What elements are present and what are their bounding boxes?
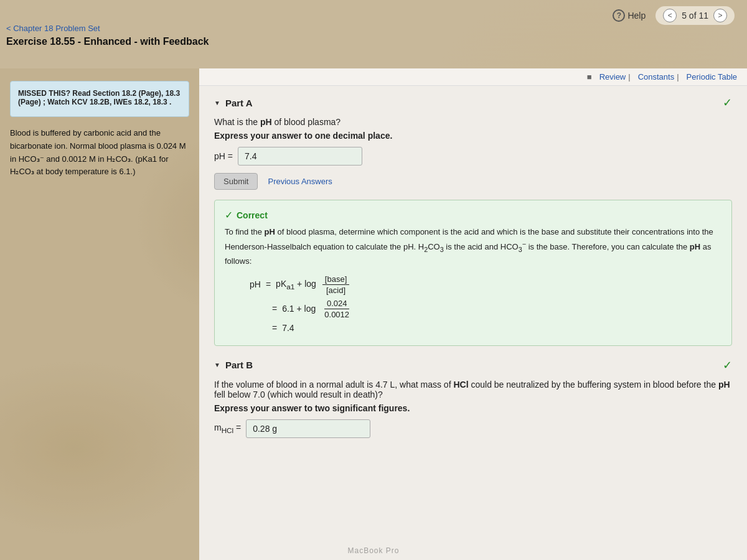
part-a-question: What is the pH of blood plasma? [214, 117, 732, 127]
part-a-btn-row: Submit Previous Answers [214, 173, 732, 190]
math-fraction-2: 0.024 0.0012 [322, 299, 352, 319]
missed-title: MISSED THIS? Read Section 18.2 (Page), 1… [18, 89, 181, 106]
part-b-answer-input[interactable] [246, 419, 370, 438]
nav-count: 5 of 11 [682, 11, 708, 21]
correct-check-icon: ✓ [225, 209, 233, 221]
part-b-question: If the volume of blood in a normal adult… [214, 380, 732, 399]
help-label: Help [627, 11, 646, 21]
chapter-link[interactable]: < Chapter 18 Problem Set [6, 24, 100, 33]
missed-box: MISSED THIS? Read Section 18.2 (Page), 1… [10, 81, 189, 117]
part-a-express: Express your answer to one decimal place… [214, 131, 732, 141]
main-content: ■ Review | Constants | Periodic Table ▼ … [199, 68, 747, 560]
top-bar: ? Help < 5 of 11 > < Chapter 18 Problem … [0, 0, 747, 68]
part-b-answer-row: mHCl = [214, 419, 732, 438]
sidebar: MISSED THIS? Read Section 18.2 (Page), 1… [0, 68, 199, 560]
sidebar-body-text: Blood is buffered by carbonic acid and t… [10, 127, 189, 179]
part-a-prev-answers-link[interactable]: Previous Answers [268, 173, 332, 190]
constants-link[interactable]: Constants [638, 72, 675, 82]
part-a-answer-label: pH = [214, 151, 233, 161]
sep1: | [628, 72, 630, 82]
math-ph-label: pH [250, 279, 261, 289]
correct-header: ✓ Correct [225, 209, 721, 221]
math-7-4: 7.4 [282, 323, 294, 333]
nav-controls: < 5 of 11 > [655, 6, 735, 25]
part-a-check-icon: ✓ [723, 96, 732, 110]
math-line-2: = 6.1 + log 0.024 0.0012 [250, 299, 721, 319]
content-area: ▼ Part A ✓ What is the pH of blood plasm… [199, 86, 747, 465]
part-b-area: ▼ Part B ✓ If the volume of blood in a n… [214, 358, 732, 455]
feedback-box: ✓ Correct To find the pH of blood plasma… [214, 200, 732, 346]
part-b-arrow-icon: ▼ [214, 362, 220, 368]
math-eq2: = [272, 304, 277, 314]
fraction-numerator-2: 0.024 [324, 299, 350, 309]
nav-next-button[interactable]: > [713, 9, 727, 22]
math-pka-label: pKa1 + log [276, 279, 316, 291]
math-fraction-1: [base] [acid] [322, 274, 349, 295]
math-line-3: = 7.4 [250, 323, 721, 333]
review-icon: ■ [587, 72, 592, 82]
part-a-arrow-icon: ▼ [214, 100, 220, 106]
part-b-answer-label: mHCl = [214, 422, 241, 434]
missed-title-text: MISSED THIS? [18, 89, 70, 98]
review-link[interactable]: Review [599, 72, 626, 82]
fraction-denominator-2: 0.0012 [322, 309, 352, 319]
fraction-denominator-1: [acid] [324, 285, 348, 295]
part-b-express: Express your answer to two significant f… [214, 403, 732, 413]
math-6-1: 6.1 + log [282, 304, 316, 314]
part-b-header[interactable]: ▼ Part B ✓ [214, 358, 732, 372]
help-circle-icon: ? [613, 9, 625, 22]
part-a-submit-button[interactable]: Submit [214, 173, 258, 190]
top-right-controls: ? Help < 5 of 11 > [613, 6, 735, 25]
math-block: pH = pKa1 + log [base] [acid] = 6.1 + lo… [250, 274, 721, 333]
fraction-numerator-1: [base] [322, 274, 349, 285]
part-a-answer-input[interactable] [238, 147, 362, 166]
sep2: | [677, 72, 679, 82]
part-a-answer-row: pH = [214, 147, 732, 166]
periodic-table-link[interactable]: Periodic Table [687, 72, 737, 82]
part-a-label: Part A [225, 98, 253, 108]
feedback-text: To find the pH of blood plasma, determin… [225, 226, 721, 268]
part-b-check-icon: ✓ [723, 358, 732, 372]
math-line-1: pH = pKa1 + log [base] [acid] [250, 274, 721, 295]
help-button[interactable]: ? Help [613, 9, 646, 22]
correct-label: Correct [237, 210, 268, 220]
part-b-label: Part B [225, 360, 253, 370]
exercise-title: Exercise 18.55 - Enhanced - with Feedbac… [6, 36, 209, 47]
part-a-header[interactable]: ▼ Part A ✓ [214, 96, 732, 110]
math-eq3: = [272, 323, 277, 333]
nav-prev-button[interactable]: < [663, 9, 677, 22]
toolbar-row: ■ Review | Constants | Periodic Table [199, 68, 747, 86]
math-eq1: = [266, 279, 271, 289]
